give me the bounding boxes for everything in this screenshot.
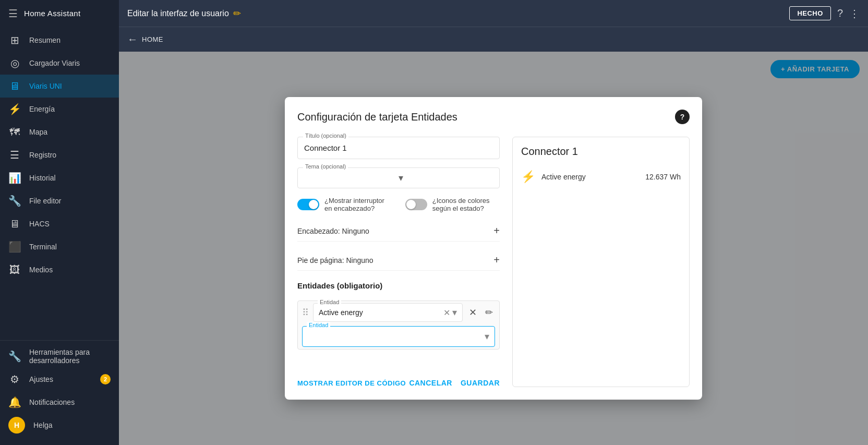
hecho-button[interactable]: HECHO <box>789 6 830 20</box>
entity-field-label-1: Entidad <box>318 299 341 305</box>
save-button[interactable]: GUARDAR <box>461 379 500 387</box>
dialog-help-icon[interactable]: ? <box>675 110 690 124</box>
title-field-label: Título (opcional) <box>303 133 348 139</box>
user-name: Helga <box>33 421 53 429</box>
sidebar-item-historial[interactable]: 📊 Historial <box>0 166 119 189</box>
header-label: Encabezado: Ninguno <box>297 227 369 235</box>
chart-icon: 📊 <box>8 172 21 184</box>
chevron-down-icon-1[interactable]: ▾ <box>452 307 457 318</box>
sidebar-item-terminal[interactable]: ⬛ Terminal <box>0 235 119 258</box>
theme-field-group[interactable]: Tema (opcional) ▾ <box>297 167 500 188</box>
terminal-icon: ⬛ <box>8 240 21 253</box>
cancel-button[interactable]: CANCELAR <box>409 379 452 387</box>
preview-entity-value: 12.637 Wh <box>645 173 681 181</box>
dialog-overlay: Configuración de tarjeta Entidades ? Tít… <box>119 52 868 445</box>
more-vert-icon[interactable]: ⋮ <box>849 7 860 20</box>
entity-input-1[interactable] <box>319 308 443 317</box>
sidebar-item-herramientas[interactable]: 🔧 Herramientas para desarrolladores <box>0 345 119 368</box>
edit-icon[interactable]: ✏ <box>233 8 241 19</box>
sidebar-nav: ⊞ Resumen ◎ Cargador Viaris 🖥 Viaris UNI… <box>0 27 119 340</box>
app-title: Home Assistant <box>24 9 80 18</box>
entity-row-1: ⠿ Entidad ✕ ▾ ✕ ✏ <box>297 300 500 350</box>
toggle-row: ¿Mostrar interruptor en encabezado? ¿Ico… <box>297 197 500 212</box>
help-icon[interactable]: ? <box>837 7 843 19</box>
dialog-header: Configuración de tarjeta Entidades ? <box>297 110 690 124</box>
clear-icon-1[interactable]: ✕ <box>443 308 450 318</box>
gear-icon: ⚙ <box>8 373 21 386</box>
dialog: Configuración de tarjeta Entidades ? Tít… <box>285 97 702 400</box>
drag-handle-icon[interactable]: ⠿ <box>302 307 309 318</box>
bell-icon: 🔔 <box>8 396 21 408</box>
tools-icon: 🔧 <box>8 350 21 363</box>
sidebar-item-medios[interactable]: 🖼 Medios <box>0 258 119 281</box>
sidebar-item-mapa[interactable]: 🗺 Mapa <box>0 121 119 143</box>
sidebar-item-file-editor[interactable]: 🔧 File editor <box>0 189 119 212</box>
sidebar-item-hacs[interactable]: 🖥 HACS <box>0 212 119 235</box>
sidebar-item-label: Viaris UNI <box>29 82 62 90</box>
entities-label: Entidades (obligatorio) <box>297 281 500 290</box>
entity-new-field-label: Entidad <box>307 322 330 328</box>
sidebar-item-resumen[interactable]: ⊞ Resumen <box>0 29 119 52</box>
circle-icon: ◎ <box>8 57 21 69</box>
sidebar-item-viaris-uni[interactable]: 🖥 Viaris UNI <box>0 75 119 98</box>
back-button[interactable]: ← <box>127 33 138 45</box>
sidebar-item-label: Terminal <box>29 243 57 251</box>
sidebar-item-label: File editor <box>29 197 61 205</box>
footer-add-icon[interactable]: + <box>493 254 500 266</box>
sidebar-item-label: Ajustes <box>29 375 53 383</box>
sidebar-item-energia[interactable]: ⚡ Energía <box>0 98 119 121</box>
content-area: + AÑADIR TARJETA Configuración de tarjet… <box>119 52 868 445</box>
preview-entity-row: ⚡ Active energy 12.637 Wh <box>521 166 681 188</box>
sidebar-bottom: 🔧 Herramientas para desarrolladores ⚙ Aj… <box>0 340 119 445</box>
preview-entity-name: Active energy <box>541 173 639 181</box>
topbar: Editar la interfaz de usuario ✏ HECHO ? … <box>119 0 868 27</box>
badge-ajustes: 2 <box>100 374 111 384</box>
toggle-switch-encabezado[interactable] <box>297 199 319 210</box>
breadcrumb-bar: ← HOME <box>119 27 868 52</box>
topbar-title: Editar la interfaz de usuario ✏ <box>127 8 783 19</box>
user-profile[interactable]: H Helga <box>0 414 119 437</box>
menu-icon[interactable]: ☰ <box>8 7 18 20</box>
sidebar-item-registro[interactable]: ☰ Registro <box>0 143 119 166</box>
preview-card-title: Connector 1 <box>521 146 681 158</box>
toggle-item-switch: ¿Mostrar interruptor en encabezado? <box>297 197 393 212</box>
entity-field-1: Entidad ✕ ▾ <box>313 303 463 322</box>
sidebar-item-label: Registro <box>29 151 56 159</box>
sidebar-item-label: Historial <box>29 174 56 182</box>
topbar-title-text: Editar la interfaz de usuario <box>127 9 229 18</box>
wrench-icon: 🔧 <box>8 195 21 207</box>
show-code-button[interactable]: MOSTRAR EDITOR DE CÓDIGO <box>297 379 406 387</box>
theme-field-label: Tema (opcional) <box>303 163 348 170</box>
toggle-label-colores: ¿Iconos de colores según el estado? <box>432 197 500 212</box>
chevron-down-icon-new[interactable]: ▾ <box>485 331 489 342</box>
footer-label: Pie de página: Ninguno <box>297 256 373 264</box>
monitor-icon: 🖥 <box>8 80 21 92</box>
topbar-actions: HECHO ? ⋮ <box>789 6 860 20</box>
entity-row-top-1: ⠿ Entidad ✕ ▾ ✕ ✏ <box>302 303 495 322</box>
bolt-icon: ⚡ <box>8 103 21 115</box>
toggle-item-icons: ¿Iconos de colores según el estado? <box>405 197 500 212</box>
sidebar-header: ☰ Home Assistant <box>0 0 119 27</box>
sidebar-item-label: Herramientas para desarrolladores <box>29 348 111 365</box>
avatar: H <box>8 417 25 434</box>
dialog-title: Configuración de tarjeta Entidades <box>297 111 457 123</box>
sidebar-item-label: Resumen <box>29 36 61 44</box>
entity-new-input[interactable] <box>308 332 485 341</box>
sidebar-item-label: Energía <box>29 105 55 113</box>
sidebar-item-cargador[interactable]: ◎ Cargador Viaris <box>0 52 119 75</box>
entity-new-input-wrapper: Entidad ▾ <box>302 326 495 347</box>
sidebar-item-label: Mapa <box>29 128 47 136</box>
title-input[interactable] <box>304 141 493 154</box>
toggle-switch-colores[interactable] <box>405 199 427 210</box>
sidebar-item-ajustes[interactable]: ⚙ Ajustes 2 <box>0 368 119 391</box>
map-icon: 🗺 <box>8 126 21 138</box>
chevron-down-icon: ▾ <box>399 172 493 184</box>
header-add-icon[interactable]: + <box>493 225 500 237</box>
dialog-form: Título (opcional) Tema (opcional) ▾ <box>297 137 500 387</box>
sidebar-item-label: Medios <box>29 266 53 274</box>
preview-bolt-icon: ⚡ <box>521 170 535 184</box>
sidebar-item-notificaciones[interactable]: 🔔 Notificaciones <box>0 391 119 414</box>
entity-edit-button-1[interactable]: ✏ <box>483 305 495 320</box>
entity-delete-button-1[interactable]: ✕ <box>467 305 479 320</box>
main-content: Editar la interfaz de usuario ✏ HECHO ? … <box>119 0 868 445</box>
